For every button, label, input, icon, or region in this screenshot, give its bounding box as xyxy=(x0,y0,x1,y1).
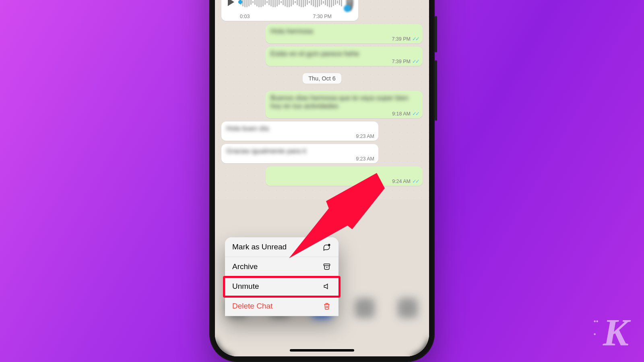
message-time: 9:23 AM xyxy=(356,156,374,162)
message-time: 7:39 PM✓✓ xyxy=(392,58,419,64)
chat-bubble-icon xyxy=(322,243,331,251)
message-time: 9:24 AM✓✓ xyxy=(392,178,419,184)
message-text: Estás en el gym parece hehe xyxy=(270,50,418,58)
message-time: 9:18 AM✓✓ xyxy=(392,111,419,117)
speaker-icon xyxy=(322,282,331,291)
menu-label: Mark as Unread xyxy=(232,243,287,251)
message-time: 7:39 PM✓✓ xyxy=(392,36,419,42)
message-out[interactable]: Hola hermosa 7:39 PM✓✓ xyxy=(266,24,423,43)
voice-message[interactable]: /*bars*/ 0:03 7:30 PM xyxy=(221,0,358,21)
message-text: Buenos días hermosa que te vaya super bi… xyxy=(270,94,418,110)
menu-archive[interactable]: Archive xyxy=(225,257,339,277)
read-ticks-icon: ✓✓ xyxy=(412,178,419,184)
stage: Diferentes 5:29 PM A que bien y te dan m… xyxy=(0,0,644,362)
chat-context-menu: Mark as Unread Archive Unmute xyxy=(225,237,339,316)
message-out[interactable]: Estás en el gym parece hehe 7:39 PM✓✓ xyxy=(266,47,423,66)
home-indicator[interactable] xyxy=(290,349,354,352)
avatar xyxy=(346,0,353,11)
phone-frame: Diferentes 5:29 PM A que bien y te dan m… xyxy=(209,0,435,362)
message-out[interactable]: Buenos días hermosa que te vaya super bi… xyxy=(266,91,423,118)
read-ticks-icon: ✓✓ xyxy=(412,36,419,42)
svg-point-0 xyxy=(328,244,330,246)
menu-mark-unread[interactable]: Mark as Unread xyxy=(225,237,339,257)
message-text xyxy=(270,170,418,178)
voice-elapsed: 0:03 xyxy=(240,14,250,19)
message-text: Gracias igualmente para ti xyxy=(226,147,374,155)
menu-label: Unmute xyxy=(232,282,259,291)
phone-screen: Diferentes 5:29 PM A que bien y te dan m… xyxy=(215,0,429,356)
message-text: Hola buen día xyxy=(226,125,374,133)
svg-rect-1 xyxy=(324,264,330,265)
read-ticks-icon: ✓✓ xyxy=(412,111,419,117)
trash-icon xyxy=(322,302,331,311)
watermark-logo: ∙ ∙∙ K xyxy=(603,317,629,348)
message-text: Hola hermosa xyxy=(270,27,418,35)
menu-delete-chat[interactable]: Delete Chat xyxy=(225,296,339,316)
mic-icon xyxy=(344,5,351,12)
menu-label: Archive xyxy=(232,262,258,271)
message-in[interactable]: Hola buen día 9:23 AM xyxy=(221,121,378,141)
menu-unmute[interactable]: Unmute xyxy=(225,277,339,296)
date-separator: Thu, Oct 6 xyxy=(303,73,341,84)
chat-messages: Diferentes 5:29 PM A que bien y te dan m… xyxy=(215,0,429,189)
message-time: 7:30 PM xyxy=(313,14,332,19)
message-time: 9:23 AM xyxy=(356,134,374,139)
voice-scrubber[interactable] xyxy=(238,0,242,4)
play-icon[interactable] xyxy=(228,0,234,6)
voice-waveform[interactable]: /*bars*/ xyxy=(238,0,342,8)
read-ticks-icon: ✓✓ xyxy=(412,58,419,64)
menu-label: Delete Chat xyxy=(232,302,272,311)
message-out[interactable]: 9:24 AM✓✓ xyxy=(266,167,423,186)
archive-box-icon xyxy=(322,262,331,271)
message-in[interactable]: Gracias igualmente para ti 9:23 AM xyxy=(221,144,378,163)
